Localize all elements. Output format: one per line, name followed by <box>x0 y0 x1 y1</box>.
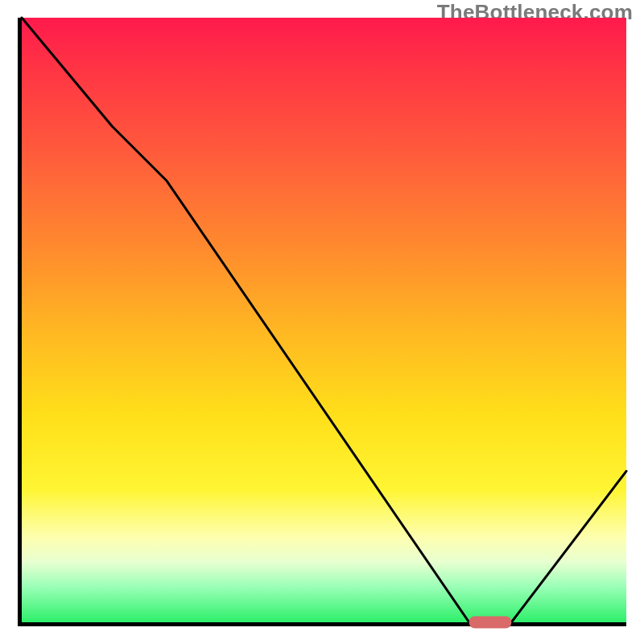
optimal-marker <box>22 18 626 622</box>
bottleneck-chart: TheBottleneck.com <box>0 0 644 644</box>
svg-rect-0 <box>469 617 512 629</box>
